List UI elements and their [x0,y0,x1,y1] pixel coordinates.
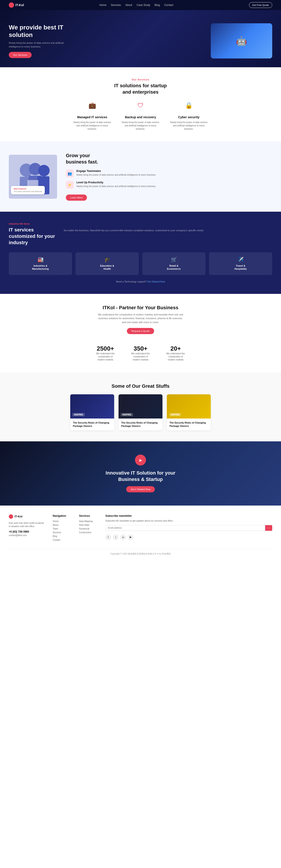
footer-service-dynamical[interactable]: Dynamical [79,528,97,530]
footer-copyright: Copyright © 2020 蕴加腾跃互联网技术有限公司 ♥ by 郎加腾跃 [9,549,272,555]
hero-graphic: 🤖 [211,23,272,59]
industry-manufacturing-name: Industries &Manufacturing [12,264,69,271]
partner-cta-button[interactable]: Request a Quote [127,328,154,334]
service-managed-name: Managed IT services [72,115,112,119]
blog-img-3: INSPIRE [167,394,211,418]
footer-nav-contact[interactable]: Contact [53,539,70,541]
footer-services-list: Data Mapping Real State Dynamical Constr… [79,520,97,534]
blog-card-title-3: The Security Risks of Changing Package O… [170,421,208,428]
nav-services[interactable]: Services [111,3,121,7]
youtube-icon[interactable]: ▶ [128,534,134,540]
footer-nav-services[interactable]: Services [53,531,70,534]
stats-grid: 2500+ We understand the complexities of … [9,345,272,361]
industry-travel-name: Travel &Hospitality [212,264,269,271]
education-icon: 🎓 [79,257,135,262]
industry-title: IT servicescustomized for yourindustry [9,227,55,246]
video-section: Innovative IT Solution for yourBusiness … [0,441,281,505]
backup-icon: 🛡 [135,102,146,113]
linkedin-icon[interactable]: in [120,534,126,540]
service-cyber-name: Cyber security [169,115,209,119]
video-play-button[interactable] [135,455,146,466]
hero-subtitle: Nearly bring the power of data science a… [9,41,75,49]
footer-nav-blog[interactable]: Blog [53,535,70,537]
retail-icon: 🛒 [146,257,202,262]
hero-section: We provide best IT solution Nearly bring… [0,10,281,67]
newsletter-desc: Subscribe the newsletter to get updates … [105,519,272,523]
manufacturing-icon: 🏭 [12,257,69,262]
twitter-icon[interactable]: t [113,534,118,540]
service-backup-name: Backup and recovery [121,115,160,119]
hero-illustration: 🤖 [211,23,272,59]
service-card-backup: 🛡 Backup and recovery Nearly bring the p… [121,102,160,130]
video-title: Innovative IT Solution for yourBusiness … [106,470,175,483]
blog-card-1[interactable]: INSPIRE The Security Risks of Changing P… [70,394,114,431]
newsletter-form: → [105,525,272,531]
stat-awards-desc: We understand the complexities of modern… [165,352,186,361]
industry-cta: Need a Technology support? Get Started N… [9,280,272,283]
nav-contact[interactable]: Contact [164,3,173,7]
footer-nav-list: Home About Team Services Blog Contact [53,520,70,541]
stat-clients: 2500+ We understand the complexities of … [95,345,116,361]
footer-service-construction[interactable]: Construction [79,531,97,534]
blog-card-3[interactable]: INSPIRE The Security Risks of Changing P… [167,394,211,431]
nav-casestudy[interactable]: Case Study [137,3,150,7]
grow-title: Grow yourbusiness fast. [66,153,272,165]
services-section: Our Services IT solutions for startupand… [0,67,281,142]
footer-desc: Duis aute irure dolor mollit occaecat in… [9,521,44,528]
hero-cta-button[interactable]: Our Services [9,52,32,58]
teammates-name: Engage Teammates [76,169,156,173]
blog-tag-3: INSPIRE [169,413,181,416]
productivity-desc: Nearly bring the power of data science a… [76,185,156,188]
nav-cta-button[interactable]: Get Free Quote [249,2,272,8]
footer-service-data[interactable]: Data Mapping [79,520,97,523]
stat-projects-number: 350+ [130,345,151,352]
grow-content: Grow yourbusiness fast. 👥 Engage Teammat… [66,153,272,201]
industry-cta-link[interactable]: Get Started Now [147,280,165,283]
newsletter-email-input[interactable] [105,525,265,531]
stat-projects-desc: We understand the complexities of modern… [130,352,151,361]
nav-home[interactable]: Home [100,3,106,7]
industry-grid: 🏭 Industries &Manufacturing 🎓 Education … [9,252,272,275]
nav-about[interactable]: About [125,3,132,7]
footer-email: contact@itkol.com [9,534,44,536]
footer-nav-about[interactable]: About [53,524,70,526]
brand-logo[interactable]: IT-Kol [9,2,24,8]
blog-card-2[interactable]: INSPIRE The Security Risks of Changing P… [118,394,163,431]
nav-blog[interactable]: Blog [154,3,160,7]
robot-icon: 🤖 [236,36,247,46]
service-backup-desc: Nearly bring the power of data science a… [121,121,160,130]
blog-card-title-2: The Security Risks of Changing Package O… [121,421,160,428]
services-title: IT solutions for startupand enterprises [9,83,272,95]
partner-section: ITKol - Partner for Your Business We und… [0,294,281,372]
newsletter-submit-button[interactable]: → [265,525,272,531]
industry-desc: No matter the business, NanoSoft has you… [64,228,272,232]
partner-title: ITKol - Partner for Your Business [9,305,272,311]
footer-nav-home[interactable]: Home [53,520,70,523]
industry-education-name: Education &Health [79,264,135,271]
grow-feature-productivity: ⚡ Level Up Productivity Nearly bring the… [66,181,272,189]
industry-tag: Industries We Serve [9,223,272,225]
stat-awards-number: 20+ [165,345,186,352]
grow-learn-more-button[interactable]: Learn More [66,194,87,201]
teammates-desc: Nearly bring the power of data science a… [76,174,156,177]
managed-services-icon: 💼 [87,102,98,113]
stat-awards: 20+ We understand the complexities of mo… [165,345,186,361]
blog-title: Some of Our Great Stuffs [9,383,272,389]
travel-icon: ✈️ [212,257,269,262]
footer-nav-title: Navigation [53,514,70,518]
services-tag: Our Services [9,78,272,81]
logo-circle [9,2,14,8]
facebook-icon[interactable]: f [105,534,111,540]
productivity-name: Level Up Productivity [76,181,156,184]
svg-point-3 [38,165,49,176]
footer-brand-name: IT-Kol [14,515,23,518]
newsletter-title: Subscribe newsletter [105,514,272,518]
footer-nav-col: Navigation Home About Team Services Blog… [53,514,70,542]
grow-feature-productivity-content: Level Up Productivity Nearly bring the p… [76,181,156,188]
footer-nav-team[interactable]: Team [53,528,70,530]
blog-grid: INSPIRE The Security Risks of Changing P… [9,394,272,431]
video-cta-button[interactable]: Get it Started Now [126,486,155,492]
blog-img-2: INSPIRE [118,394,163,418]
stat-projects: 350+ We understand the complexities of m… [130,345,151,361]
footer-service-real[interactable]: Real State [79,524,97,526]
